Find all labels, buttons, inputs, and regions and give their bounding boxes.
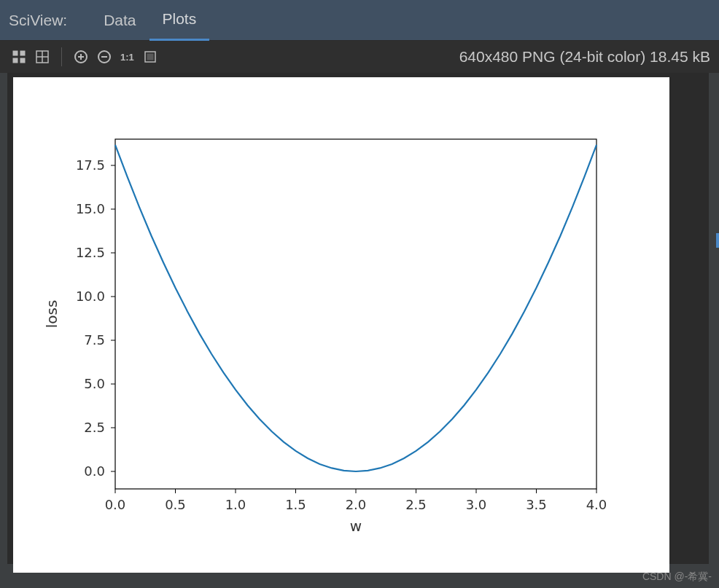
svg-rect-1 — [20, 51, 25, 55]
y-tick-label: 2.5 — [84, 420, 105, 435]
x-tick-label: 0.5 — [165, 497, 186, 512]
tab-label: Plots — [163, 10, 197, 28]
y-tick-label: 0.0 — [84, 463, 105, 479]
y-tick-label: 7.5 — [84, 332, 105, 348]
x-tick-label: 1.0 — [225, 497, 246, 512]
fit-icon[interactable] — [9, 47, 29, 67]
svg-rect-3 — [20, 58, 25, 63]
sciview-tabbar: SciView: Data Plots — [0, 0, 719, 41]
sciview-title: SciView: — [9, 12, 67, 29]
plot-viewport: 0.00.51.01.52.02.53.03.54.00.02.55.07.51… — [7, 73, 709, 564]
x-tick-label: 2.0 — [346, 497, 367, 512]
x-tick-label: 1.5 — [285, 497, 306, 512]
tab-plots[interactable]: Plots — [149, 0, 210, 41]
y-tick-label: 5.0 — [84, 376, 105, 391]
tab-label: Data — [104, 12, 136, 29]
tab-data[interactable]: Data — [90, 0, 149, 41]
chart-canvas: 0.00.51.01.52.02.53.03.54.00.02.55.07.51… — [13, 77, 669, 573]
zoom-out-icon[interactable] — [94, 47, 114, 67]
plot-figure: 0.00.51.01.52.02.53.03.54.00.02.55.07.51… — [13, 77, 669, 573]
y-tick-label: 15.0 — [76, 201, 105, 216]
data-line — [115, 145, 596, 471]
side-accent — [716, 233, 719, 248]
image-info: 640x480 PNG (24-bit color) 18.45 kB — [459, 48, 710, 66]
plot-toolbar: 1:1 640x480 PNG (24-bit color) 18.45 kB — [0, 41, 719, 73]
actual-size-icon[interactable]: 1:1 — [117, 47, 137, 67]
grid-icon[interactable] — [32, 47, 53, 67]
axes-frame — [115, 139, 596, 489]
toolbar-separator — [61, 47, 62, 66]
y-tick-label: 12.5 — [76, 245, 105, 260]
watermark: CSDN @-希冀- — [642, 571, 712, 584]
x-tick-label: 2.5 — [405, 497, 427, 512]
svg-rect-2 — [13, 58, 18, 63]
x-tick-label: 3.0 — [466, 497, 487, 512]
y-tick-label: 10.0 — [76, 289, 105, 304]
y-axis-label: loss — [43, 300, 61, 329]
x-tick-label: 3.5 — [526, 497, 547, 512]
x-axis-label: w — [350, 517, 362, 535]
svg-rect-0 — [13, 51, 18, 55]
x-tick-label: 4.0 — [586, 497, 607, 512]
svg-rect-13 — [147, 54, 153, 60]
y-tick-label: 17.5 — [76, 157, 105, 173]
fullscreen-icon[interactable] — [140, 47, 160, 67]
x-tick-label: 0.0 — [105, 497, 126, 512]
zoom-in-icon[interactable] — [71, 47, 91, 67]
